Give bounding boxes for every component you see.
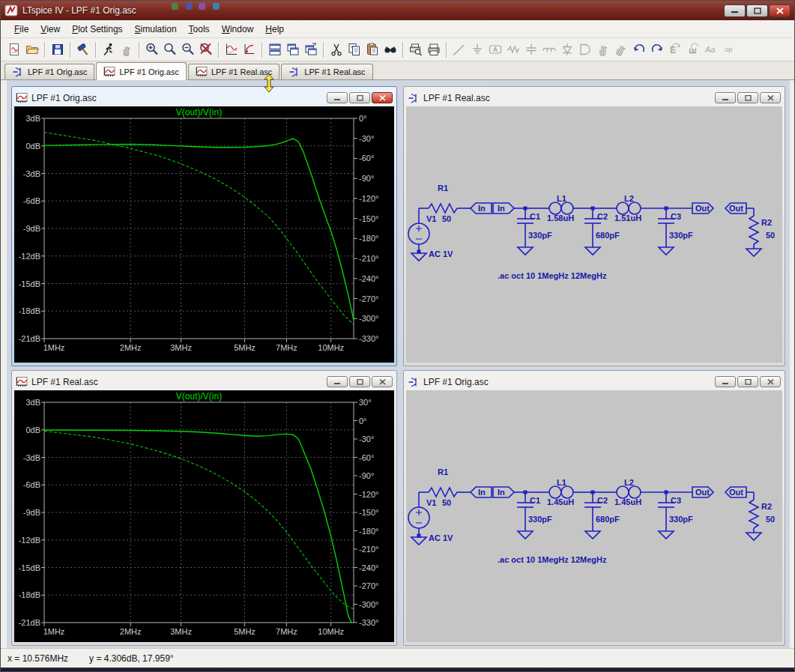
ground-symbol[interactable] [746,533,761,540]
title-bar[interactable]: LTspice IV - LPF #1 Orig.asc [1,1,794,20]
save-button[interactable] [49,41,67,58]
port-out1-label[interactable]: Out [695,204,710,213]
label-c2-value[interactable]: 680pF [596,515,620,524]
label-c2-name[interactable]: C2 [597,496,608,505]
child-window-title-bar[interactable]: LPF #1 Orig.asc [14,89,394,106]
print-preview-button[interactable] [407,41,425,58]
undo-button[interactable] [630,41,648,58]
ground-symbol[interactable] [746,249,761,256]
child-close-button[interactable] [760,376,781,387]
copy-button[interactable] [345,41,363,58]
label-l2-name[interactable]: L2 [624,478,634,487]
child-restore-button[interactable] [349,376,370,387]
label-c1-value[interactable]: 330pF [528,515,552,524]
schematic-editor[interactable]: R1V150InInC1330pFL11.58uHC2680pFL21.51uH… [406,106,782,363]
open-file-button[interactable] [23,41,41,58]
menu-window[interactable]: Window [216,22,260,37]
ground-symbol[interactable] [659,531,674,539]
waveform-plot-area[interactable]: 3dB0dB-3dB-6dB-9dB-12dB-15dB-18dB-21dB0°… [14,106,394,363]
tile-vertically-button[interactable] [284,41,302,58]
ground-symbol[interactable] [585,247,600,255]
child-window-title-bar[interactable]: LPF #1 Orig.asc [406,373,782,390]
inductor-l2[interactable] [629,486,641,498]
tab-1-schematic[interactable]: LPF #1 Orig.asc [4,64,94,79]
label-l1-value[interactable]: 1.58uH [547,214,574,223]
label-r2-name[interactable]: R2 [761,502,772,511]
label-v1-value[interactable]: AC 1V [429,533,453,542]
tab-4-schematic[interactable]: LPF #1 Real.asc [281,64,372,79]
ground-symbol[interactable] [518,247,533,255]
child-close-button[interactable] [372,92,393,103]
port-out2-label[interactable]: Out [729,488,743,497]
menu-simulation[interactable]: Simulation [129,22,183,37]
zoom-out-button[interactable] [179,41,197,58]
cut-button[interactable] [327,41,345,58]
label-r2-name[interactable]: R2 [761,218,772,227]
minimize-button[interactable] [724,4,746,17]
menu-view[interactable]: View [34,22,66,37]
menu-tools[interactable]: Tools [183,22,216,37]
redo-button[interactable] [648,41,666,58]
tile-horizontally-button[interactable] [266,41,284,58]
ground-symbol[interactable] [659,247,674,255]
child-window-title-bar[interactable]: LPF #1 Real.asc [14,373,394,390]
ground-symbol[interactable] [518,531,533,539]
label-l2-value[interactable]: 1.45uH [614,497,641,506]
resistor-r2[interactable] [749,216,758,244]
label-v1-name[interactable]: V1 [426,498,436,507]
label-r1-name[interactable]: R1 [438,467,448,476]
label-r2-value[interactable]: 50 [766,231,775,240]
port-out1-label[interactable]: Out [695,488,710,497]
run-button[interactable] [100,41,118,58]
restore-button[interactable] [746,4,768,17]
find-button[interactable] [381,41,399,58]
label-l2-name[interactable]: L2 [624,194,634,203]
label-c2-value[interactable]: 680pF [596,231,620,240]
label-l2-value[interactable]: 1.51uH [614,214,641,223]
label-v1-name[interactable]: V1 [426,214,436,223]
port-in1-label[interactable]: In [478,204,486,213]
control-panel-button[interactable] [74,41,92,58]
zoom-area-button[interactable] [161,41,179,58]
spice-directive-text[interactable]: .ac oct 10 1MegHz 12MegHz [498,555,607,564]
menu-help[interactable]: Help [259,22,290,37]
resistor-r1[interactable] [429,488,457,497]
waveform-plot-area[interactable]: 3dB0dB-3dB-6dB-9dB-12dB-15dB-18dB-21dB30… [14,390,394,642]
trace-title[interactable]: V(out)/V(in) [176,107,222,118]
label-c1-name[interactable]: C1 [530,496,540,505]
label-r1-name[interactable]: R1 [438,184,448,193]
menu-plot-settings[interactable]: Plot Settings [66,22,128,37]
ground-symbol[interactable] [411,253,426,261]
resistor-r1[interactable] [429,204,457,213]
close-button[interactable] [769,4,791,17]
zoom-full-extents-button[interactable] [197,41,215,58]
label-c3-name[interactable]: C3 [671,496,681,505]
plot-settings-button[interactable] [241,41,259,58]
inductor-l1[interactable] [549,202,561,214]
child-minimize-button[interactable] [327,92,348,103]
tab-2-waveform[interactable]: LPF #1 Orig.asc [96,62,186,80]
menu-file[interactable]: File [8,22,34,37]
inductor-l2[interactable] [617,202,629,214]
new-schematic-button[interactable] [5,41,23,58]
label-l1-value[interactable]: 1.45uH [547,497,574,506]
autorange-y-axis-button[interactable] [223,41,241,58]
child-restore-button[interactable] [737,92,758,103]
label-l1-name[interactable]: L1 [557,478,566,487]
child-window-title-bar[interactable]: LPF #1 Real.asc [406,89,782,106]
waveform-viewer[interactable]: 3dB0dB-3dB-6dB-9dB-12dB-15dB-18dB-21dB30… [14,390,394,642]
port-in1-label[interactable]: In [478,488,486,497]
child-minimize-button[interactable] [715,92,736,103]
child-restore-button[interactable] [349,92,370,103]
label-c1-value[interactable]: 330pF [528,231,552,240]
schematic-canvas[interactable] [406,106,782,363]
label-l1-name[interactable]: L1 [557,194,566,203]
inductor-l1[interactable] [549,486,561,498]
inductor-l1[interactable] [561,202,573,214]
label-c2-name[interactable]: C2 [597,212,608,221]
child-minimize-button[interactable] [715,376,736,387]
resistor-r2[interactable] [749,500,758,528]
spice-directive-text[interactable]: .ac oct 10 1MegHz 12MegHz [498,271,607,280]
label-r2-value[interactable]: 50 [766,515,775,524]
inductor-l2[interactable] [629,202,641,214]
